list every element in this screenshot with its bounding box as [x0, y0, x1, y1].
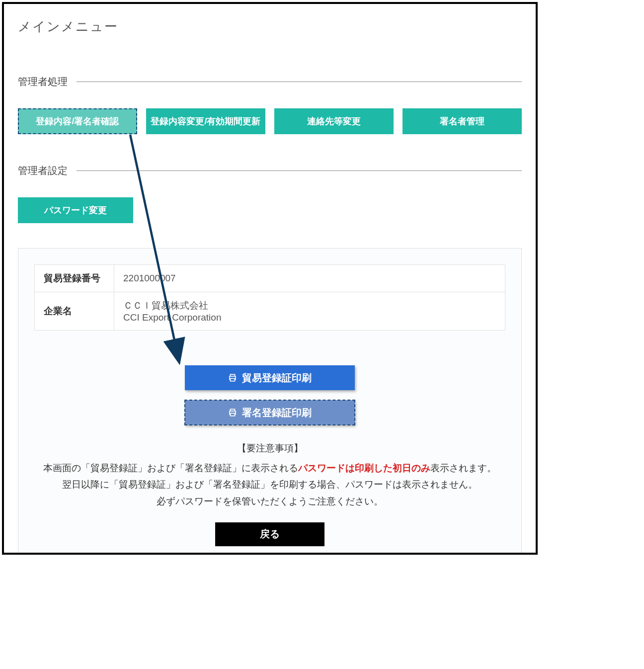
- svg-rect-2: [231, 409, 235, 411]
- detail-panel: 貿易登録番号 2201000007 企業名 ＣＣＩ貿易株式会社 CCI Expo…: [18, 248, 522, 555]
- contact-change-button[interactable]: 連絡先等変更: [274, 108, 394, 134]
- printer-icon: [228, 373, 237, 382]
- registration-confirm-button[interactable]: 登録内容/署名者確認: [18, 108, 137, 134]
- password-change-button[interactable]: パスワード変更: [18, 197, 133, 223]
- print-trade-label: 貿易登録証印刷: [242, 371, 312, 385]
- section-label-admin-process: 管理者処理: [18, 75, 77, 88]
- admin-settings-buttons: パスワード変更: [4, 197, 536, 223]
- registration-change-button[interactable]: 登録内容変更/有効期間更新: [146, 108, 265, 134]
- back-button[interactable]: 戻る: [215, 522, 324, 546]
- section-label-admin-settings: 管理者設定: [18, 164, 77, 177]
- company-name-jp: ＣＣＩ貿易株式会社: [123, 299, 496, 312]
- row-value-company-name: ＣＣＩ貿易株式会社 CCI Export Corporation: [114, 292, 505, 331]
- notice-1-post: 表示されます。: [430, 463, 496, 473]
- notice-1-red: パスワードは印刷した初日のみ: [298, 463, 430, 473]
- section-admin-settings: 管理者設定: [4, 164, 536, 177]
- company-name-en: CCI Export Corporation: [123, 312, 496, 323]
- row-value-registration-number: 2201000007: [114, 265, 505, 292]
- print-signature-registration-button[interactable]: 署名登録証印刷: [185, 400, 355, 425]
- table-row: 企業名 ＣＣＩ貿易株式会社 CCI Export Corporation: [35, 292, 505, 331]
- section-admin-process: 管理者処理: [4, 75, 536, 88]
- notice-title: 【要注意事項】: [34, 442, 505, 455]
- row-label-registration-number: 貿易登録番号: [35, 265, 114, 292]
- svg-rect-3: [231, 414, 235, 416]
- info-table: 貿易登録番号 2201000007 企業名 ＣＣＩ貿易株式会社 CCI Expo…: [34, 264, 505, 331]
- print-signature-label: 署名登録証印刷: [242, 406, 312, 419]
- notice-line-1: 本画面の「貿易登録証」および「署名登録証」に表示されるパスワードは印刷した初日の…: [34, 460, 505, 476]
- row-label-company-name: 企業名: [35, 292, 114, 331]
- svg-rect-0: [231, 374, 235, 376]
- notice-1-pre: 本画面の「貿易登録証」および「署名登録証」に表示される: [43, 463, 298, 473]
- notice-line-3: 必ずパスワードを保管いただくようご注意ください。: [34, 493, 505, 509]
- page-title: メインメニュー: [18, 18, 536, 35]
- divider: [77, 82, 522, 82]
- admin-process-buttons: 登録内容/署名者確認 登録内容変更/有効期間更新 連絡先等変更 署名者管理: [4, 108, 536, 134]
- print-trade-registration-button[interactable]: 貿易登録証印刷: [185, 365, 355, 390]
- svg-rect-1: [231, 379, 235, 381]
- print-button-group: 貿易登録証印刷 署名登録証印刷: [34, 365, 505, 425]
- notice-line-2: 翌日以降に「貿易登録証」および「署名登録証」を印刷する場合、パスワードは表示され…: [34, 476, 505, 493]
- printer-icon: [228, 408, 237, 417]
- app-window: メインメニュー 管理者処理 登録内容/署名者確認 登録内容変更/有効期間更新 連…: [2, 2, 538, 555]
- signer-manage-button[interactable]: 署名者管理: [402, 108, 522, 134]
- divider: [77, 170, 522, 171]
- table-row: 貿易登録番号 2201000007: [35, 265, 505, 292]
- notice-block: 【要注意事項】 本画面の「貿易登録証」および「署名登録証」に表示されるパスワード…: [34, 442, 505, 509]
